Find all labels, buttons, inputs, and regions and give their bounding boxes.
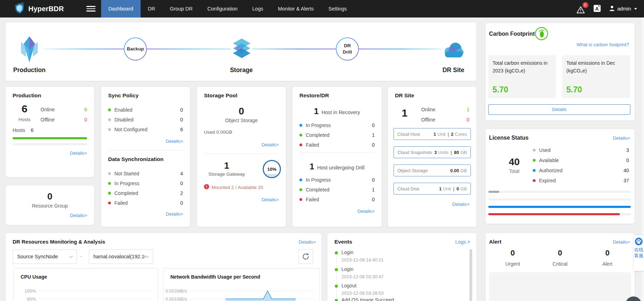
menu-hamburger-icon[interactable]	[86, 0, 95, 18]
events-timeline-line	[336, 254, 337, 301]
hosts-progress-bar-empty	[13, 143, 87, 145]
dr-drill-step-circle: DR Drill	[336, 37, 359, 61]
offline-value: 0	[467, 117, 469, 122]
nav-tab-logs[interactable]: Logs	[245, 0, 270, 18]
storage-pool-details-link[interactable]: Details>	[262, 142, 279, 147]
offline-label: Offline	[421, 117, 467, 122]
monitoring-details-link[interactable]: Details>	[299, 239, 316, 245]
alert-exclamation-icon	[204, 184, 209, 190]
production-host-count-label: Hosts	[14, 117, 35, 122]
license-status-card: License Status Details> 40 Total Used 3 …	[486, 129, 635, 224]
gauge-percent: 10%	[267, 167, 276, 172]
sync-node-select[interactable]: Source SyncNode	[13, 249, 77, 264]
sync-policy-details-link[interactable]: Details>	[166, 139, 183, 144]
urgent-stat: 0 Urgent	[489, 248, 536, 267]
event-label: Login	[341, 250, 353, 255]
available-bar	[488, 198, 631, 201]
carbon-details-button[interactable]: Details	[488, 104, 630, 115]
carbon-year-value: 5.70	[493, 85, 508, 94]
status-label: In Progress	[306, 122, 372, 128]
flow-label-dr-site: DR Site	[429, 66, 478, 74]
status-dot	[533, 159, 536, 162]
critical-label: Critical	[536, 261, 583, 267]
status-dot	[533, 149, 536, 152]
refresh-button[interactable]	[298, 249, 313, 264]
dr-site-details-link[interactable]: Details>	[452, 202, 469, 207]
critical-stat: 0 Critical	[536, 248, 583, 267]
status-dot	[299, 144, 302, 146]
resource-group-details-link[interactable]: Details>	[70, 213, 87, 218]
dr-site-cloud-icon	[442, 40, 465, 59]
flow-line	[43, 49, 124, 49]
status-label: Failed	[114, 200, 180, 206]
status-label: Disabled	[114, 117, 180, 122]
divider	[108, 150, 183, 150]
status-row: Used 3	[533, 147, 629, 154]
status-label: Completed	[114, 190, 180, 196]
cloud-host-box: Cloud Host 1Unit | 2Cores	[394, 128, 471, 140]
status-row: Not Configured 6	[108, 126, 183, 133]
offline-label: Offline	[41, 117, 84, 122]
carbon-title: Carbon Footprint	[489, 31, 535, 37]
online-customer-service-widget[interactable]: 在线客服	[634, 235, 644, 271]
nav-tab-dashboard[interactable]: Dashboard	[101, 0, 141, 18]
chevron-down-icon	[69, 255, 73, 258]
online-value: 6	[84, 107, 87, 112]
data-sync-details-link[interactable]: Details>	[166, 211, 183, 217]
status-dot	[533, 169, 536, 172]
brand[interactable]: HyperBDR	[14, 2, 64, 15]
events-logs-link[interactable]: Logs >	[455, 239, 470, 245]
resource-label: Cloud Snapshots	[397, 150, 432, 155]
status-label: Not Configured	[114, 127, 180, 132]
status-label: Failed	[306, 142, 372, 148]
flow-line	[252, 49, 336, 49]
drill-count: 1	[310, 162, 314, 171]
status-label: Available	[539, 158, 626, 163]
license-details-link[interactable]: Details>	[613, 135, 630, 141]
host-select[interactable]: hamal.novalocal(192.16	[89, 249, 153, 264]
nav-tab-settings[interactable]: Settings	[321, 0, 354, 18]
alert-details-link[interactable]: Details>	[613, 239, 630, 245]
carbon-year-box: Total carbon emissions in 2023 (kgCO₂e) …	[488, 55, 556, 98]
storage-gateway-details-link[interactable]: Details>	[262, 197, 279, 202]
user-menu[interactable]: admin	[609, 5, 637, 13]
critical-value: 0	[536, 248, 583, 258]
status-dot	[108, 202, 111, 204]
carbon-footprint-card: Carbon Footprint What is carbon footprin…	[486, 23, 635, 120]
production-details-link[interactable]: Details>	[70, 150, 87, 156]
gauge-water-fill	[264, 174, 280, 177]
sync-policy-card: Sync Policy Enabled 0 Disabled 0 Not Con…	[101, 87, 190, 227]
events-scrollbar-thumb[interactable]	[469, 249, 472, 301]
recovery-label: Host in Recovery	[321, 110, 360, 115]
cloud-snapshots-box: Cloud Snapshots 3Units | 80GB	[394, 146, 471, 158]
status-value: 0	[372, 197, 375, 202]
resource-label: Cloud Host	[397, 132, 420, 137]
status-label: Completed	[306, 187, 372, 192]
gridline	[39, 299, 153, 299]
status-value: 6	[180, 127, 183, 132]
notification-warning-icon[interactable]: 0	[576, 4, 586, 14]
authorized-bar	[488, 206, 631, 208]
what-is-carbon-footprint-link[interactable]: What is carbon footprint?	[576, 42, 629, 47]
hyperbdr-logo-icon	[14, 2, 25, 15]
restore-dr-details-link[interactable]: Details>	[358, 209, 375, 214]
translate-icon[interactable]: A *	[593, 5, 601, 14]
dr-site-card: DR Site 1 Online 1 Offline 0 Cloud Host …	[388, 87, 476, 227]
nav-tab-dr[interactable]: DR	[141, 0, 163, 18]
production-online-row: Online 6	[41, 106, 87, 113]
user-name: admin	[617, 6, 631, 12]
host-select-value: hamal.novalocal(192.16	[93, 254, 145, 259]
status-value: 1	[372, 132, 375, 138]
status-row: Expired 37	[533, 177, 629, 184]
status-value: 0	[180, 181, 183, 186]
alert-card: Alert Details> 0 Urgent 0 Critical 0 Ale…	[486, 233, 635, 301]
nav-tab-monitor-alerts[interactable]: Monitor & Alerts	[271, 0, 321, 18]
monitoring-title: DR Resources Monitoring & Analysis	[13, 239, 105, 245]
status-dot	[299, 178, 302, 181]
dashboard-page: HyperBDR Dashboard DR Group DR Configura…	[0, 0, 644, 301]
license-total-count: 40	[504, 156, 525, 168]
nav-tab-configuration[interactable]: Configuration	[200, 0, 245, 18]
sync-policy-title: Sync Policy	[108, 92, 139, 99]
nav-tab-group-dr[interactable]: Group DR	[163, 0, 200, 18]
online-label: Online	[421, 107, 467, 112]
